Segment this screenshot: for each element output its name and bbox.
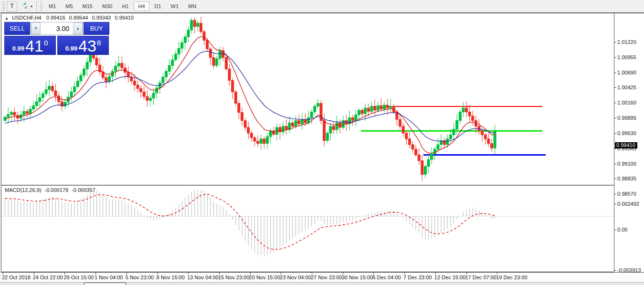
timeframe-button-d1[interactable]: D1 [150, 1, 166, 11]
macd-pane[interactable]: MACD(12,26,9) -0.000178 -0.000357 [1, 185, 614, 262]
toolbar-separator [36, 1, 37, 11]
time-axis-label: 20 Nov 15:00 [249, 274, 280, 280]
time-axis-label: 8 Nov 15:00 [157, 274, 185, 280]
timeframe-button-m5[interactable]: M5 [61, 1, 77, 11]
buy-button[interactable]: BUY [84, 22, 109, 35]
chart-tab-bar: EURUSD,H4AUDUSD,H4USDCHF,H4USDCAD,DailyU… [0, 282, 644, 285]
tab-gbpusd[interactable]: GBPUSD,Weekly [301, 283, 353, 285]
price-axis-tick [614, 179, 616, 179]
tab-usdchf[interactable]: USDCHF,H4 [84, 283, 126, 285]
low-value: 0.99343 [92, 15, 111, 21]
buy-price-pip: 8 [97, 39, 101, 47]
text-tool-button[interactable]: T [7, 1, 17, 11]
volume-decrease-button[interactable]: ▼ [31, 22, 41, 34]
slow-ma [5, 51, 495, 141]
text-tool-icon: T [10, 3, 13, 10]
collapse-triangle-icon[interactable]: ▲ [5, 16, 9, 21]
timeframe-button-w1[interactable]: W1 [167, 1, 183, 11]
time-axis-label: 5 Nov 23:00 [126, 274, 154, 280]
macd-value: -0.000178 [44, 187, 68, 193]
time-axis-label: 13 Nov 04:00 [187, 274, 218, 280]
macd-indicator-label: MACD(12,26,9) -0.000178 -0.000357 [5, 187, 95, 193]
macd-signal-line [5, 194, 495, 250]
price-axis-tick [614, 73, 616, 73]
price-axis-panel: 1.012201.009551.006901.004251.001600.998… [614, 13, 644, 273]
macd-signal-value: -0.000357 [72, 187, 95, 193]
price-axis-tick [614, 42, 616, 42]
volume-increase-button[interactable]: ▲ [73, 22, 83, 34]
time-axis-label: 27 Nov 23:00 [311, 274, 342, 280]
sell-price-prefix: 0.99 [12, 45, 24, 52]
price-axis-label: 1.00955 [617, 54, 636, 60]
price-axis-label: 1.00690 [617, 70, 636, 75]
macd-axis-label: 0.00 [617, 227, 627, 232]
price-axis-tick [614, 87, 616, 88]
buy-quote-button[interactable]: 0.99 43 8 [57, 36, 109, 55]
price-axis-label: 1.00160 [617, 100, 636, 106]
time-axis-label: 29 Oct 15:00 [63, 274, 94, 280]
tab-xauusd[interactable]: XAUUSD,H1 [259, 283, 301, 285]
price-axis-label: 1.00425 [617, 84, 636, 90]
sell-button-label: SELL [10, 25, 25, 32]
tab-usdcad[interactable]: USDCAD,Daily [126, 283, 173, 285]
timeframe-button-mn[interactable]: MN [184, 1, 201, 11]
chart-window: ▲ USDCHF,H4 0.99416 0.99544 0.99343 0.99… [1, 13, 644, 272]
high-value: 0.99544 [69, 15, 88, 21]
time-axis-label: 5 Dec 04:00 [372, 274, 401, 280]
time-axis-label: 17 Dec 07:00 [465, 274, 496, 280]
sell-quote-button[interactable]: 0.99 41 0 [4, 36, 56, 55]
chevron-down-icon: ▾ [31, 4, 32, 9]
symbol-label: USDCHF,H4 [12, 15, 42, 21]
timeframe-button-h1[interactable]: H1 [117, 1, 133, 11]
price-axis-label: 0.99895 [617, 115, 636, 121]
close-value: 0.99410 [115, 15, 134, 21]
symbol-ohlc-line: ▲ USDCHF,H4 0.99416 0.99544 0.99343 0.99… [5, 15, 134, 21]
tab-usdcnh[interactable]: USDCNH,H4 [173, 283, 215, 285]
time-axis-label: 22 Oct 2018 [2, 274, 31, 280]
price-axis-label: 0.99630 [617, 130, 636, 136]
arrows-tool-button[interactable]: ↗↙ ▾ [21, 1, 33, 11]
price-axis-label: 0.98570 [617, 191, 636, 197]
timeframe-button-m30[interactable]: M30 [98, 1, 116, 11]
buy-button-label: BUY [90, 25, 103, 32]
tab-sp500[interactable]: SP500,H1 [354, 283, 390, 285]
macd-axis-label: 0.002492 [617, 201, 639, 207]
price-axis-tick [614, 118, 616, 118]
time-axis-label: 23 Nov 04:00 [280, 274, 311, 280]
toolbar-grip-2 [40, 1, 42, 11]
price-axis-tick [614, 57, 616, 58]
buy-price-main: 43 [78, 38, 96, 53]
sell-button[interactable]: SELL [4, 22, 30, 35]
price-axis-label: 0.98835 [617, 176, 636, 181]
price-axis-tick [614, 103, 616, 103]
volume-stepper: ▼ ▲ [31, 22, 83, 35]
spin-down-icon: ▼ [34, 26, 38, 31]
time-axis-label: 1 Nov 04:00 [95, 274, 123, 280]
macd-name: MACD(12,26,9) [5, 187, 41, 193]
tab-audusd[interactable]: AUDUSD,H4 [42, 283, 84, 285]
time-axis-label: 19 Dec 23:00 [496, 274, 527, 280]
volume-input[interactable] [41, 22, 73, 34]
timeframe-button-m15[interactable]: M15 [78, 1, 97, 11]
tab-eurusd[interactable]: EURUSD,H4 [0, 283, 42, 285]
price-axis-tick [614, 164, 616, 164]
open-value: 0.99416 [46, 15, 65, 21]
sell-price-main: 41 [25, 38, 43, 53]
toolbar-grip [2, 1, 5, 11]
time-axis-label: 7 Dec 23:00 [403, 274, 432, 280]
sell-price-pip: 0 [44, 39, 48, 47]
timeframe-button-m1[interactable]: M1 [44, 1, 60, 11]
buy-price-prefix: 0.99 [65, 45, 77, 52]
timeframe-button-h4[interactable]: H4 [134, 1, 149, 11]
price-axis-label: 1.01220 [617, 39, 636, 45]
current-price-tag: 0.99410 [615, 142, 637, 148]
price-pane[interactable]: ▲ USDCHF,H4 0.99416 0.99544 0.99343 0.99… [1, 13, 614, 183]
tab-usdjpy[interactable]: USDJPY,M15 [216, 283, 259, 285]
spin-up-icon: ▲ [76, 26, 80, 31]
one-click-trading-panel: SELL ▼ ▲ BUY 0.99 41 [4, 22, 109, 55]
price-axis-tick [614, 194, 616, 194]
time-axis-label: 30 Nov 15:00 [342, 274, 373, 280]
macd-axis-tick [614, 270, 616, 271]
macd-axis-tick [614, 204, 616, 204]
time-axis: 22 Oct 201824 Oct 22:0029 Oct 15:001 Nov… [1, 272, 644, 282]
